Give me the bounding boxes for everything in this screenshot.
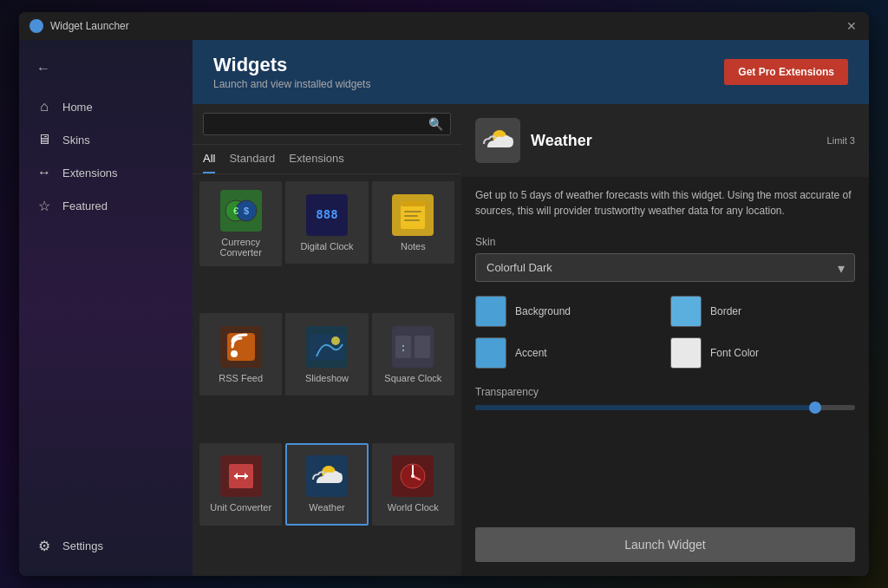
widget-cell-weather[interactable]: Weather [285, 443, 368, 526]
extensions-icon: ↔ [36, 165, 52, 180]
widget-label-slideshow: Slideshow [305, 373, 349, 383]
search-bar: 🔍 [193, 104, 461, 145]
weather-icon [306, 455, 348, 497]
svg-text::: : [400, 340, 407, 354]
svg-rect-9 [404, 211, 421, 212]
featured-icon: ☆ [36, 198, 52, 213]
svg-rect-14 [310, 334, 344, 360]
widget-cell-notes[interactable]: Notes [372, 181, 454, 264]
detail-header: Weather Limit 3 [461, 104, 869, 177]
svg-point-13 [231, 350, 238, 357]
transparency-label: Transparency [475, 386, 855, 398]
svg-text:888: 888 [316, 207, 337, 221]
widget-label-rss: RSS Feed [219, 373, 263, 383]
color-grid: Background Border Accent Font Color [461, 289, 869, 376]
widgets-area: 🔍 All Standard Extensions [193, 104, 869, 576]
transparency-slider[interactable] [475, 405, 855, 410]
sidebar-bottom: ⚙ Settings [19, 529, 193, 562]
widget-cell-digital-clock[interactable]: 888 Digital Clock [285, 181, 368, 264]
search-icon: 🔍 [428, 117, 443, 131]
launch-btn-wrap: Launch Widget [461, 513, 869, 576]
detail-widget-icon [475, 118, 520, 163]
sidebar-item-label: Skins [62, 134, 90, 147]
sidebar-item-extensions[interactable]: ↔ Extensions [19, 156, 193, 189]
back-icon: ← [36, 61, 50, 75]
get-pro-button[interactable]: Get Pro Extensions [724, 59, 848, 85]
detail-title-wrap: Weather [531, 132, 817, 150]
window-title: Widget Launcher [50, 20, 845, 32]
skin-select-wrap: Colorful Dark Dark Light Minimal ▾ [475, 253, 855, 282]
border-color-swatch[interactable] [670, 296, 702, 327]
svg-text:€: € [233, 206, 238, 216]
sidebar-item-skins[interactable]: 🖥 Skins [19, 123, 193, 156]
background-color-swatch[interactable] [475, 296, 506, 327]
widget-cell-currency[interactable]: € $ CurrencyConverter [199, 181, 282, 266]
color-item-background: Background [475, 296, 660, 327]
font-color-label: Font Color [710, 347, 759, 359]
widget-cell-square-clock[interactable]: : Square Clock [372, 313, 454, 395]
tabs-row: All Standard Extensions [193, 145, 461, 174]
tab-extensions[interactable]: Extensions [289, 152, 344, 173]
color-item-border: Border [670, 296, 855, 327]
notes-icon [392, 194, 434, 236]
widget-label-weather: Weather [309, 502, 344, 513]
sidebar-item-settings[interactable]: ⚙ Settings [19, 529, 193, 562]
sidebar: ← ⌂ Home 🖥 Skins ↔ Extensions ☆ Featured… [19, 40, 193, 576]
app-body: ← ⌂ Home 🖥 Skins ↔ Extensions ☆ Featured… [19, 40, 869, 576]
svg-rect-8 [401, 201, 425, 206]
color-item-font: Font Color [670, 337, 855, 369]
svg-point-28 [411, 474, 415, 478]
header-title: Widgets [213, 54, 370, 76]
header-text: Widgets Launch and view installed widget… [213, 54, 370, 90]
widget-cell-rss[interactable]: RSS Feed [199, 313, 282, 395]
detail-panel: Weather Limit 3 Get up to 5 days of weat… [461, 104, 869, 576]
widget-grid: € $ CurrencyConverter 888 [193, 174, 461, 576]
detail-description: Get up to 5 days of weather forecasts wi… [461, 177, 869, 229]
slider-thumb[interactable] [809, 402, 821, 414]
svg-rect-10 [404, 215, 418, 217]
header-subtitle: Launch and view installed widgets [213, 78, 370, 90]
sidebar-item-label: Extensions [62, 167, 118, 180]
tab-standard[interactable]: Standard [229, 152, 275, 173]
sidebar-item-home[interactable]: ⌂ Home [19, 90, 193, 123]
widget-cell-slideshow[interactable]: Slideshow [285, 313, 368, 395]
back-button[interactable]: ← [19, 54, 193, 83]
sidebar-item-featured[interactable]: ☆ Featured [19, 189, 193, 222]
widget-cell-unit[interactable]: Unit Converter [199, 443, 282, 526]
widget-label-digital-clock: Digital Clock [300, 241, 353, 252]
app-window: Widget Launcher ✕ ← ⌂ Home 🖥 Skins ↔ Ext… [19, 12, 869, 576]
transparency-section: Transparency [461, 376, 869, 421]
square-clock-icon: : [392, 326, 434, 368]
app-icon [29, 19, 43, 33]
home-icon: ⌂ [36, 99, 52, 114]
svg-rect-11 [404, 219, 420, 221]
unit-icon [220, 455, 262, 497]
search-input-wrap[interactable]: 🔍 [203, 113, 451, 135]
title-bar: Widget Launcher ✕ [19, 12, 869, 40]
digital-clock-icon: 888 [306, 194, 348, 236]
widget-label-notes: Notes [401, 241, 426, 252]
widget-cell-world-clock[interactable]: World Clock [372, 443, 454, 526]
launch-widget-button[interactable]: Launch Widget [475, 527, 855, 562]
header: Widgets Launch and view installed widget… [193, 40, 869, 104]
main-content: Widgets Launch and view installed widget… [193, 40, 869, 576]
settings-icon: ⚙ [36, 538, 52, 553]
font-color-swatch[interactable] [670, 337, 702, 369]
skin-select[interactable]: Colorful Dark Dark Light Minimal [475, 253, 855, 282]
widget-label-world-clock: World Clock [388, 502, 439, 513]
accent-color-label: Accent [515, 347, 547, 359]
tab-all[interactable]: All [203, 152, 215, 173]
sidebar-item-label: Settings [62, 539, 103, 552]
world-clock-icon [392, 455, 434, 497]
border-color-label: Border [710, 305, 741, 317]
rss-icon [220, 326, 262, 368]
widget-label-currency: CurrencyConverter [220, 237, 262, 258]
skin-label: Skin [475, 236, 855, 248]
close-button[interactable]: ✕ [845, 19, 859, 33]
search-input[interactable] [211, 118, 428, 131]
currency-icon: € $ [220, 190, 262, 232]
accent-color-swatch[interactable] [475, 337, 506, 369]
sidebar-item-label: Featured [62, 199, 108, 212]
skin-section: Skin Colorful Dark Dark Light Minimal ▾ [461, 229, 869, 289]
detail-limit: Limit 3 [827, 135, 855, 146]
